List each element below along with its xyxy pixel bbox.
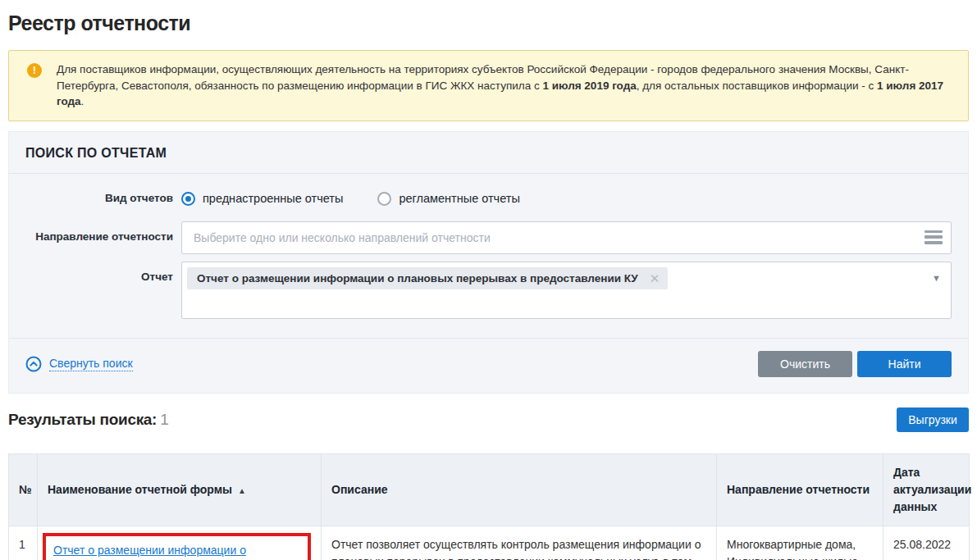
column-header-number: № [9,453,38,526]
annotation-highlight-box: Отчет о размещении информации о плановых… [43,533,311,560]
direction-label: Направление отчетности [9,221,181,243]
sort-asc-icon[interactable]: ▲ [238,486,246,495]
notice-bold-date-1: 1 июля 2019 года [542,80,636,92]
table-header-row: № Наименование отчетной формы▲ Описание … [9,453,970,526]
radio-unchecked-icon[interactable] [377,192,391,206]
search-panel-footer: Свернуть поиск Очистить Найти [9,338,968,393]
column-header-description: Описание [322,453,717,526]
report-multiselect[interactable]: Отчет о размещении информации о плановых… [181,262,952,319]
page-title: Реестр отчетности [8,11,969,35]
column-header-updated: Дата актуализации данных [883,453,970,526]
table-row: 1 Отчет о размещении информации о планов… [9,526,970,560]
report-type-radio-group: преднастроенные отчеты регламентные отче… [181,190,952,206]
radio-regulated-reports[interactable]: регламентные отчеты [377,192,519,206]
collapse-search-label: Свернуть поиск [49,357,133,371]
radio-checked-icon[interactable] [181,192,195,206]
report-label: Отчет [9,262,181,283]
report-selected-tag: Отчет о размещении информации о плановых… [187,267,668,289]
find-button[interactable]: Найти [857,351,952,377]
column-header-report-name[interactable]: Наименование отчетной формы▲ [38,453,322,526]
row-description-cell: Отчет позволяет осуществлять контроль ра… [322,526,717,560]
menu-icon[interactable] [924,230,943,244]
report-type-label: Вид отчетов [9,192,181,204]
report-tag-text: Отчет о размещении информации о плановых… [197,272,638,285]
row-updated-cell: 25.08.2022 [883,526,970,560]
radio-preconfigured-label: преднастроенные отчеты [203,192,343,205]
exports-button[interactable]: Выгрузки [897,407,969,432]
direction-input[interactable] [181,221,952,254]
row-number-cell: 1 [9,526,38,560]
chevron-up-circle-icon [25,356,42,372]
chevron-down-icon[interactable]: ▼ [932,273,941,283]
collapse-search-link[interactable]: Свернуть поиск [25,356,133,372]
results-bar: Результаты поиска:1 Выгрузки [8,407,969,432]
results-table: № Наименование отчетной формы▲ Описание … [8,453,970,560]
notice-text: Для поставщиков информации, осуществляющ… [57,63,943,107]
results-count: 1 [160,411,168,428]
row-direction-cell: Многоквартирные дома, Индивидуальные жил… [717,526,883,560]
clear-button[interactable]: Очистить [758,351,852,377]
row-name-cell: Отчет о размещении информации о плановых… [38,526,322,560]
search-panel: ПОИСК ПО ОТЧЕТАМ Вид отчетов преднастрое… [8,131,969,394]
search-panel-title: ПОИСК ПО ОТЧЕТАМ [9,132,968,174]
column-header-direction: Направление отчетности [717,453,883,526]
radio-preconfigured-reports[interactable]: преднастроенные отчеты [181,192,343,206]
report-link[interactable]: Отчет о размещении информации о плановых… [53,544,284,560]
tag-remove-icon[interactable]: ✕ [650,272,660,285]
results-title: Результаты поиска:1 [8,411,168,429]
notice-banner: ! Для поставщиков информации, осуществля… [8,50,969,121]
radio-regulated-label: регламентные отчеты [399,192,519,205]
warning-icon: ! [27,63,42,78]
search-form: Вид отчетов преднастроенные отчеты регла… [9,174,968,338]
